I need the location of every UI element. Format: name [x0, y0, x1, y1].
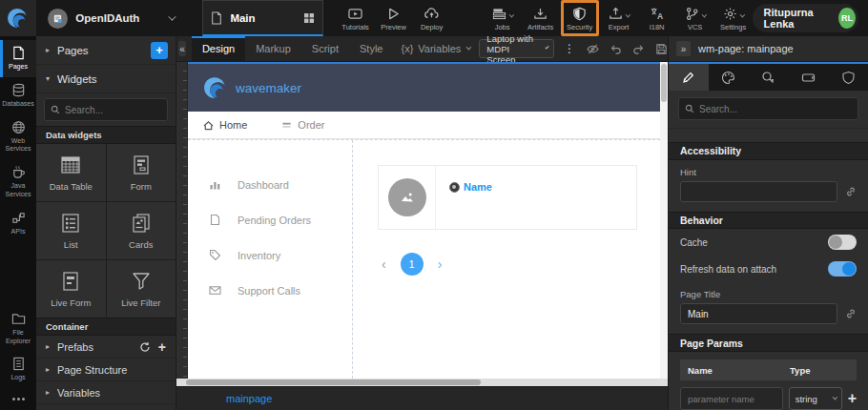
preview-button[interactable]: Preview: [375, 1, 413, 35]
pagination-page-1[interactable]: 1: [401, 253, 424, 276]
artifacts-button[interactable]: Artifacts: [522, 1, 560, 35]
expand-panel-button[interactable]: »: [676, 41, 691, 56]
grid-icon[interactable]: [303, 12, 315, 24]
preview-app-header: wavemaker: [188, 64, 660, 112]
cache-toggle[interactable]: [828, 235, 857, 250]
kebab-menu-icon[interactable]: ⋮: [564, 42, 575, 55]
user-menu[interactable]: Ritupurna Lenka RL: [753, 4, 858, 32]
refresh-data-toggle[interactable]: [828, 261, 857, 277]
sidebar-item-logs[interactable]: Logs: [0, 351, 36, 388]
settings-gear-icon: [723, 7, 737, 21]
tutorials-button[interactable]: Tutorials: [337, 1, 375, 35]
canvas-horizontal-scrollbar[interactable]: [176, 379, 668, 386]
order-list-icon: [281, 120, 292, 131]
hint-input[interactable]: [680, 181, 837, 202]
widget-list[interactable]: List: [36, 202, 106, 259]
widget-live-filter[interactable]: Live Filter: [107, 260, 176, 318]
jobs-button[interactable]: Jobs: [484, 1, 522, 35]
toggle-visibility-icon[interactable]: [587, 43, 599, 55]
page-title-input[interactable]: [680, 303, 837, 324]
settings-button[interactable]: Settings: [714, 1, 753, 35]
variables-dropdown[interactable]: {x} Variables: [401, 43, 469, 54]
sidebar-item-pages[interactable]: Pages: [0, 40, 36, 77]
widgets-section-header[interactable]: ▾ Widgets: [36, 65, 176, 93]
sidebar-item-java-services[interactable]: Java Services: [0, 159, 36, 205]
widget-cards[interactable]: Cards: [107, 202, 176, 259]
tab-properties[interactable]: [669, 64, 709, 91]
menu-pending-orders[interactable]: Pending Orders: [188, 202, 352, 237]
active-page-name[interactable]: mainpage: [226, 393, 272, 404]
tab-advanced-search[interactable]: [749, 64, 789, 91]
widget-data-table[interactable]: Data Table: [36, 144, 106, 201]
param-name-input[interactable]: [680, 387, 783, 410]
nav-order[interactable]: Order: [281, 119, 324, 131]
properties-panel-header: » wm-page: mainpage: [669, 36, 868, 62]
section-behavior[interactable]: Behavior: [669, 212, 868, 230]
menu-dashboard[interactable]: Dashboard: [188, 167, 352, 202]
tab-script[interactable]: Script: [301, 36, 349, 62]
widget-form[interactable]: Form: [107, 144, 176, 201]
pagination-prev-icon[interactable]: ‹: [382, 256, 386, 272]
tab-markup[interactable]: Markup: [245, 36, 301, 62]
menu-inventory[interactable]: Inventory: [188, 237, 352, 273]
widget-live-form[interactable]: Live Form: [36, 260, 106, 318]
tab-security[interactable]: [828, 64, 868, 91]
param-type-select[interactable]: string: [789, 387, 842, 410]
redo-icon[interactable]: [632, 43, 645, 55]
nav-home[interactable]: Home: [203, 119, 247, 131]
security-button[interactable]: Security: [561, 0, 599, 36]
properties-search-input[interactable]: [699, 104, 852, 114]
project-selector[interactable]: OpenIDAuth: [36, 0, 187, 36]
list-item-card[interactable]: Name: [378, 165, 637, 230]
search-icon: [51, 105, 60, 114]
page-structure-section[interactable]: ▸ Page Structure: [36, 359, 176, 381]
picture-icon: [398, 188, 417, 207]
add-prefab-icon[interactable]: +: [158, 340, 166, 354]
sidebar-item-file-explorer[interactable]: File Explorer: [0, 306, 36, 352]
refresh-icon[interactable]: [139, 341, 151, 353]
tab-device[interactable]: [788, 64, 828, 91]
security-shield-icon: [572, 6, 587, 21]
list-icon: [59, 212, 82, 235]
tab-styles[interactable]: [709, 64, 749, 91]
pages-section-header[interactable]: ▸ Pages +: [36, 36, 176, 65]
live-filter-funnel-icon: [130, 270, 153, 293]
vcs-button[interactable]: VCS: [676, 1, 714, 35]
tab-style[interactable]: Style: [349, 36, 393, 62]
pagination-next-icon[interactable]: ›: [438, 256, 443, 272]
more-icon[interactable]: [0, 388, 36, 410]
save-icon[interactable]: [655, 43, 668, 55]
collapse-left-panel-button[interactable]: «: [178, 41, 186, 56]
section-page-params[interactable]: Page Params: [669, 334, 868, 352]
deploy-button[interactable]: Deploy: [413, 1, 451, 35]
device-select[interactable]: Laptop with MDPI Screen: [479, 39, 554, 58]
widget-search-input[interactable]: [65, 105, 161, 115]
item-name-link[interactable]: Name: [464, 181, 492, 193]
bind-link-icon[interactable]: [845, 308, 857, 319]
sidebar-item-apis[interactable]: APIs: [0, 205, 36, 242]
project-name: OpenIDAuth: [75, 12, 139, 24]
undo-icon[interactable]: [610, 43, 622, 55]
section-accessibility[interactable]: Accessibility: [669, 142, 868, 160]
preview-left-menu: Dashboard Pending Orders Inventory: [188, 140, 352, 379]
form-icon: [130, 154, 153, 176]
triangle-down-icon: ▾: [46, 74, 50, 83]
wavemaker-logo[interactable]: [0, 0, 36, 36]
sidebar-item-web-services[interactable]: Web Services: [0, 114, 36, 160]
add-param-button[interactable]: +: [848, 391, 857, 406]
variables-section[interactable]: ▸ Variables: [36, 381, 176, 404]
prefabs-section[interactable]: ▸ Prefabs +: [36, 336, 176, 359]
page-preview[interactable]: wavemaker Home Order: [188, 62, 660, 379]
i18n-button[interactable]: A I18N: [638, 1, 676, 35]
menu-support-calls[interactable]: Support Calls: [188, 273, 352, 308]
chevron-down-icon: [509, 11, 515, 17]
sidebar-item-databases[interactable]: Databases: [0, 77, 36, 114]
export-button[interactable]: I18N Export: [600, 1, 638, 35]
bind-link-icon[interactable]: [845, 186, 857, 197]
properties-search[interactable]: [678, 97, 858, 120]
add-page-button[interactable]: +: [151, 42, 168, 59]
canvas-vertical-scrollbar[interactable]: [660, 62, 668, 379]
page-tab-main[interactable]: Main: [202, 0, 322, 36]
tab-design[interactable]: Design: [192, 36, 245, 62]
widget-search[interactable]: [44, 98, 168, 121]
